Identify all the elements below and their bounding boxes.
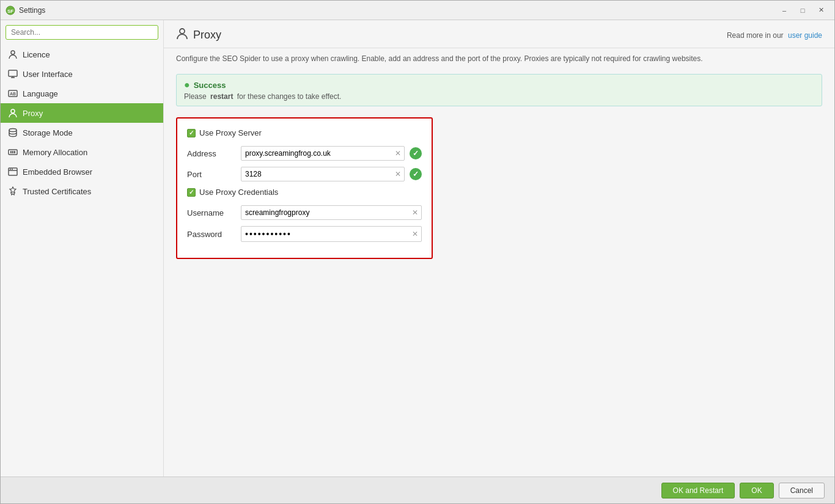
memory-icon: [8, 147, 18, 157]
proxy-form-panel: Use Proxy Server Address ✕ Port: [176, 117, 433, 259]
sidebar-item-memory-allocation[interactable]: Memory Allocation: [1, 142, 163, 162]
svg-point-14: [12, 169, 13, 170]
cancel-button[interactable]: Cancel: [779, 483, 825, 499]
svg-rect-11: [14, 151, 15, 153]
sidebar-item-storage-mode[interactable]: Storage Mode: [1, 123, 163, 142]
svg-point-15: [180, 29, 185, 34]
success-banner: ● Success Please restart for these chang…: [176, 74, 822, 106]
address-input[interactable]: [241, 146, 405, 161]
username-input[interactable]: [241, 205, 422, 220]
title-bar: SF Settings – □ ✕: [1, 1, 834, 20]
sidebar: Licence User Interface AB: [1, 20, 164, 477]
sidebar-item-proxy[interactable]: Proxy: [1, 103, 163, 123]
main-content: Proxy Read more in our user guide Config…: [164, 20, 834, 477]
page-title-area: Proxy: [176, 27, 221, 43]
guide-prefix: Read more in our: [727, 31, 784, 40]
minimize-button[interactable]: –: [776, 4, 793, 16]
maximize-button[interactable]: □: [794, 4, 811, 16]
use-proxy-server-row: Use Proxy Server: [187, 128, 422, 137]
guide-link[interactable]: user guide: [788, 31, 822, 40]
username-field-row: Username ✕: [187, 205, 422, 220]
sidebar-item-language[interactable]: AB Language: [1, 84, 163, 103]
page-title: Proxy: [193, 29, 221, 42]
success-message: Please restart for these changes to take…: [184, 92, 814, 101]
success-circle-icon: ●: [184, 79, 190, 90]
certificate-icon: [8, 186, 18, 196]
svg-text:AB: AB: [10, 92, 16, 96]
use-proxy-credentials-label: Use Proxy Credentials: [199, 188, 278, 197]
username-input-wrapper: ✕: [241, 205, 422, 220]
password-clear-button[interactable]: ✕: [411, 230, 419, 238]
address-field-row: Address ✕: [187, 146, 422, 161]
window-title: Settings: [19, 6, 776, 15]
use-proxy-credentials-row: Use Proxy Credentials: [187, 188, 422, 197]
password-label: Password: [187, 230, 236, 239]
browser-icon: [8, 167, 18, 177]
address-label: Address: [187, 149, 236, 158]
success-title: ● Success: [184, 79, 814, 90]
bottom-bar: OK and Restart OK Cancel: [1, 477, 834, 503]
search-input[interactable]: [6, 25, 158, 40]
sidebar-label-memory-allocation: Memory Allocation: [23, 148, 87, 157]
svg-point-2: [11, 51, 15, 54]
use-proxy-credentials-checkbox[interactable]: [187, 188, 196, 197]
close-button[interactable]: ✕: [812, 4, 829, 16]
licence-icon: [8, 49, 18, 59]
sidebar-label-storage-mode: Storage Mode: [23, 128, 73, 137]
sidebar-label-proxy: Proxy: [23, 109, 43, 118]
window-controls: – □ ✕: [776, 4, 829, 16]
sidebar-item-embedded-browser[interactable]: Embedded Browser: [1, 162, 163, 181]
address-valid-icon: [410, 147, 422, 159]
port-valid-icon: [410, 168, 422, 180]
port-clear-button[interactable]: ✕: [394, 170, 402, 178]
sidebar-label-user-interface: User Interface: [23, 70, 73, 79]
page-title-icon: [176, 27, 188, 43]
sidebar-item-licence[interactable]: Licence: [1, 45, 163, 64]
svg-point-7: [9, 129, 17, 132]
svg-rect-9: [10, 151, 12, 153]
proxy-icon: [8, 108, 18, 118]
language-icon: AB: [8, 89, 18, 98]
use-proxy-server-label: Use Proxy Server: [199, 128, 262, 137]
port-input[interactable]: [241, 167, 405, 181]
username-clear-button[interactable]: ✕: [411, 208, 419, 217]
password-field-row: Password ✕: [187, 226, 422, 242]
address-input-wrapper: ✕: [241, 146, 405, 161]
content-area: Licence User Interface AB: [1, 20, 834, 477]
sidebar-label-embedded-browser: Embedded Browser: [23, 167, 92, 177]
password-input[interactable]: [241, 226, 422, 242]
svg-point-6: [11, 109, 15, 113]
port-label: Port: [187, 170, 236, 179]
sidebar-label-trusted-certificates: Trusted Certificates: [23, 187, 91, 196]
proxy-description: Configure the SEO Spider to use a proxy …: [164, 48, 834, 69]
password-input-wrapper: ✕: [241, 226, 422, 242]
svg-point-13: [10, 169, 11, 170]
monitor-icon: [8, 69, 18, 79]
port-field-row: Port ✕: [187, 167, 422, 181]
guide-link-area: Read more in our user guide: [727, 31, 822, 40]
svg-rect-10: [12, 151, 13, 153]
sidebar-item-trusted-certificates[interactable]: Trusted Certificates: [1, 181, 163, 201]
ok-restart-button[interactable]: OK and Restart: [661, 483, 735, 499]
main-header: Proxy Read more in our user guide: [164, 20, 834, 48]
svg-text:SF: SF: [7, 9, 13, 14]
storage-icon: [8, 128, 18, 137]
settings-window: SF Settings – □ ✕ Licence: [0, 0, 835, 504]
sidebar-item-user-interface[interactable]: User Interface: [1, 64, 163, 84]
sidebar-label-language: Language: [23, 89, 58, 98]
address-clear-button[interactable]: ✕: [394, 149, 402, 158]
sidebar-label-licence: Licence: [23, 50, 50, 59]
svg-rect-3: [9, 70, 17, 76]
username-label: Username: [187, 208, 236, 217]
ok-button[interactable]: OK: [740, 483, 773, 499]
app-icon: SF: [6, 5, 15, 15]
use-proxy-server-checkbox[interactable]: [187, 129, 196, 137]
port-input-wrapper: ✕: [241, 167, 405, 181]
